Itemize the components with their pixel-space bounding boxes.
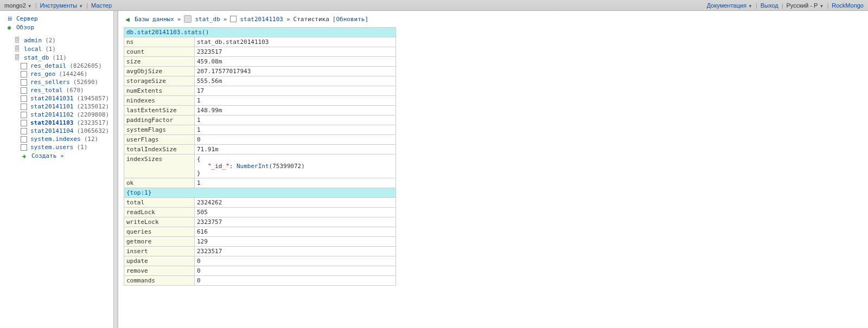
stats-value: {"_id_": NumberInt(75399072)} <box>195 155 396 178</box>
stats-value: 1 <box>195 125 396 135</box>
sidebar-coll-res_total[interactable]: res_total (670) <box>5 86 113 94</box>
coll-count: (52690) <box>73 79 98 86</box>
server-name: mongo2 <box>4 2 26 9</box>
collection-icon <box>230 16 237 22</box>
stats-row: userFlags0 <box>124 135 396 145</box>
stats-key: commands <box>124 276 195 286</box>
coll-count: (2135012) <box>76 103 109 110</box>
collection-icon <box>21 104 27 110</box>
coll-name: system.indexes <box>30 136 81 143</box>
stats-row: indexSizes{"_id_": NumberInt(75399072)} <box>124 155 396 178</box>
sidebar-coll-stat20141101[interactable]: stat20141101 (2135012) <box>5 102 113 111</box>
stats-row: total2324262 <box>124 198 396 208</box>
stats-key: queries <box>124 227 195 237</box>
sidebar-coll-res_sellers[interactable]: res_sellers (52690) <box>5 78 113 86</box>
collection-icon <box>21 112 27 118</box>
collection-icon <box>21 128 27 134</box>
sidebar-coll-stat20141103[interactable]: stat20141103 (2323517) <box>5 119 113 127</box>
stats-header-cell: {top:1} <box>124 188 396 198</box>
logout-link[interactable]: Выход <box>761 2 778 9</box>
server-selector[interactable]: mongo2 ▼ <box>4 2 32 9</box>
stats-row: writeLock2323757 <box>124 217 396 227</box>
chevron-down-icon: ▼ <box>820 4 824 9</box>
stats-row: nsstat_db.stat20141103 <box>124 37 396 47</box>
stats-value: 505 <box>195 208 396 217</box>
splitter[interactable] <box>114 11 118 328</box>
stats-value: 0 <box>195 135 396 145</box>
sidebar-coll-res_detail[interactable]: res_detail (8262605) <box>5 62 113 70</box>
sidebar-coll-stat20141031[interactable]: stat20141031 (1945857) <box>5 94 113 102</box>
stats-key: ok <box>124 178 195 188</box>
bc-databases[interactable]: Базы данных <box>135 16 174 23</box>
sidebar-coll-system.indexes[interactable]: system.indexes (12) <box>5 135 113 143</box>
sidebar-coll-res_geo[interactable]: res_geo (144246) <box>5 70 113 78</box>
stats-value: 616 <box>195 227 396 237</box>
collection-icon <box>21 71 27 78</box>
tools-menu[interactable]: Инструменты ▼ <box>40 2 84 9</box>
stats-value: 2323517 <box>195 247 396 256</box>
brand-link[interactable]: RockMongo <box>832 2 864 9</box>
stats-value: 1 <box>195 178 396 188</box>
stats-value: 71.91m <box>195 145 396 155</box>
stats-key: update <box>124 256 195 266</box>
stats-key: ns <box>124 37 195 47</box>
sidebar-overview[interactable]: ◉ Обзор <box>5 23 113 31</box>
coll-name: stat20141102 <box>30 111 73 118</box>
separator: | <box>782 2 783 9</box>
master-link[interactable]: Мастер <box>91 2 112 9</box>
stats-key: writeLock <box>124 217 195 227</box>
docs-menu[interactable]: Документация ▼ <box>707 2 752 9</box>
stats-value: 2323517 <box>195 47 396 57</box>
stats-row: count2323517 <box>124 47 396 57</box>
server-label: Сервер <box>16 15 38 22</box>
sidebar-db-admin[interactable]: 🗄admin (2) <box>5 36 113 44</box>
stats-key: userFlags <box>124 135 195 145</box>
stats-row: insert2323517 <box>124 247 396 256</box>
stats-row: lastExtentSize148.99m <box>124 106 396 115</box>
topbar: mongo2 ▼ | Инструменты ▼ | Мастер Докуме… <box>0 0 868 11</box>
stats-key: paddingFactor <box>124 115 195 125</box>
bc-db[interactable]: stat_db <box>195 16 220 23</box>
lang-selector[interactable]: Русский - Р ▼ <box>787 2 824 9</box>
sidebar-server[interactable]: 🖥 Сервер <box>5 14 113 23</box>
stats-row: totalIndexSize71.91m <box>124 145 396 155</box>
stats-key: remove <box>124 266 195 276</box>
db-name: local <box>24 46 42 53</box>
sidebar-db-local[interactable]: 🗄local (1) <box>5 44 113 53</box>
coll-name: res_total <box>30 87 63 94</box>
back-icon[interactable]: ◀ <box>124 15 131 23</box>
collection-icon <box>21 136 27 143</box>
coll-count: (12) <box>84 136 99 143</box>
stats-table: db.stat20141103.stats()nsstat_db.stat201… <box>124 27 396 286</box>
collection-icon <box>21 95 27 102</box>
stats-header-row: {top:1} <box>124 188 396 198</box>
collection-icon <box>21 87 27 94</box>
create-label: Создать » <box>31 152 64 159</box>
bc-collection[interactable]: stat20141103 <box>240 16 283 23</box>
coll-name: res_detail <box>30 62 66 69</box>
coll-count: (2209808) <box>76 111 109 118</box>
coll-name: stat20141103 <box>30 119 73 126</box>
stats-key: totalIndexSize <box>124 145 195 155</box>
stats-header-row: db.stat20141103.stats() <box>124 28 396 37</box>
main-panel: ◀ Базы данных » stat_db » stat20141103 »… <box>118 11 868 328</box>
sidebar-coll-stat20141102[interactable]: stat20141102 (2209808) <box>5 111 113 119</box>
sidebar-create[interactable]: ✚ Создать » <box>5 151 113 160</box>
stats-row: update0 <box>124 256 396 266</box>
stats-value: stat_db.stat20141103 <box>195 37 396 47</box>
stats-row: queries616 <box>124 227 396 237</box>
breadcrumb: ◀ Базы данных » stat_db » stat20141103 »… <box>124 14 863 27</box>
stats-value: 148.99m <box>195 106 396 115</box>
sidebar-db-stat_db[interactable]: 🗄stat_db (11) <box>5 53 113 62</box>
stats-value: 207.17577017943 <box>195 67 396 76</box>
coll-count: (144246) <box>59 70 87 78</box>
bc-refresh[interactable]: [Обновить] <box>333 16 368 23</box>
collection-icon <box>21 63 27 69</box>
sidebar-coll-system.users[interactable]: system.users (1) <box>5 143 113 151</box>
tools-label: Инструменты <box>40 2 78 9</box>
stats-key: indexSizes <box>124 155 195 178</box>
bc-sep: » <box>224 16 227 23</box>
separator: | <box>35 2 37 9</box>
stats-row: getmore129 <box>124 237 396 247</box>
sidebar-coll-stat20141104[interactable]: stat20141104 (1065632) <box>5 127 113 135</box>
